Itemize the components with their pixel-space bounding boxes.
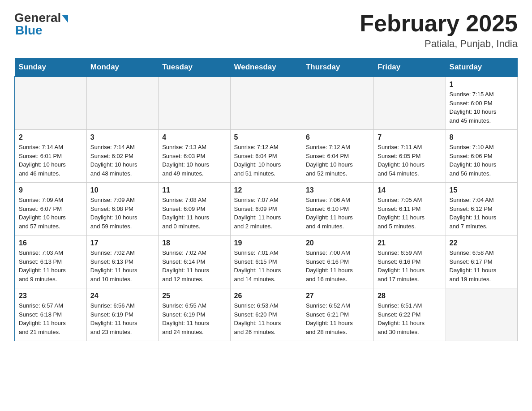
- calendar-header-thursday: Thursday: [302, 58, 373, 77]
- location-title: Patiala, Punjab, India: [360, 38, 518, 50]
- day-info: Sunrise: 7:08 AM Sunset: 6:09 PM Dayligh…: [162, 196, 226, 231]
- day-info: Sunrise: 6:57 AM Sunset: 6:18 PM Dayligh…: [19, 301, 83, 336]
- title-area: February 2025 Patiala, Punjab, India: [360, 11, 518, 50]
- calendar-cell: 1Sunrise: 7:15 AM Sunset: 6:00 PM Daylig…: [446, 77, 517, 130]
- day-info: Sunrise: 6:51 AM Sunset: 6:22 PM Dayligh…: [378, 301, 442, 336]
- calendar-cell: 25Sunrise: 6:55 AM Sunset: 6:19 PM Dayli…: [159, 288, 230, 341]
- calendar-cell: 3Sunrise: 7:14 AM Sunset: 6:02 PM Daylig…: [86, 130, 158, 183]
- calendar-cell: 11Sunrise: 7:08 AM Sunset: 6:09 PM Dayli…: [159, 183, 230, 235]
- day-info: Sunrise: 7:06 AM Sunset: 6:10 PM Dayligh…: [306, 196, 370, 231]
- logo-arrow-icon: [62, 15, 68, 23]
- day-info: Sunrise: 7:09 AM Sunset: 6:07 PM Dayligh…: [19, 196, 83, 231]
- calendar-cell: 22Sunrise: 6:58 AM Sunset: 6:17 PM Dayli…: [446, 235, 517, 288]
- calendar-cell: 15Sunrise: 7:04 AM Sunset: 6:12 PM Dayli…: [446, 183, 517, 235]
- calendar-cell: 7Sunrise: 7:11 AM Sunset: 6:05 PM Daylig…: [374, 130, 446, 183]
- calendar-header-saturday: Saturday: [446, 58, 517, 77]
- calendar-cell: 28Sunrise: 6:51 AM Sunset: 6:22 PM Dayli…: [374, 288, 446, 341]
- calendar-cell: 4Sunrise: 7:13 AM Sunset: 6:03 PM Daylig…: [159, 130, 230, 183]
- calendar-cell: 14Sunrise: 7:05 AM Sunset: 6:11 PM Dayli…: [374, 183, 446, 235]
- calendar-cell: [374, 77, 446, 130]
- day-number: 21: [378, 239, 442, 247]
- calendar-table: SundayMondayTuesdayWednesdayThursdayFrid…: [14, 58, 518, 341]
- calendar-cell: 26Sunrise: 6:53 AM Sunset: 6:20 PM Dayli…: [230, 288, 302, 341]
- day-number: 15: [450, 186, 514, 194]
- day-info: Sunrise: 6:53 AM Sunset: 6:20 PM Dayligh…: [234, 301, 298, 336]
- day-number: 19: [234, 239, 298, 247]
- calendar-cell: [15, 77, 86, 130]
- calendar-cell: 12Sunrise: 7:07 AM Sunset: 6:09 PM Dayli…: [230, 183, 302, 235]
- calendar-cell: [230, 77, 302, 130]
- day-info: Sunrise: 7:02 AM Sunset: 6:13 PM Dayligh…: [90, 248, 154, 283]
- calendar-cell: 20Sunrise: 7:00 AM Sunset: 6:16 PM Dayli…: [302, 235, 373, 288]
- day-info: Sunrise: 6:52 AM Sunset: 6:21 PM Dayligh…: [306, 301, 370, 336]
- day-number: 10: [90, 186, 154, 194]
- calendar-week-row: 2Sunrise: 7:14 AM Sunset: 6:01 PM Daylig…: [15, 130, 518, 183]
- day-number: 13: [306, 186, 370, 194]
- day-number: 23: [19, 292, 83, 300]
- calendar-cell: [86, 77, 158, 130]
- calendar-cell: 8Sunrise: 7:10 AM Sunset: 6:06 PM Daylig…: [446, 130, 517, 183]
- calendar-cell: 5Sunrise: 7:12 AM Sunset: 6:04 PM Daylig…: [230, 130, 302, 183]
- day-info: Sunrise: 7:13 AM Sunset: 6:03 PM Dayligh…: [162, 143, 226, 178]
- day-number: 1: [450, 81, 514, 89]
- calendar-cell: 27Sunrise: 6:52 AM Sunset: 6:21 PM Dayli…: [302, 288, 373, 341]
- calendar-cell: [159, 77, 230, 130]
- calendar-header-row: SundayMondayTuesdayWednesdayThursdayFrid…: [15, 58, 518, 77]
- day-number: 27: [306, 292, 370, 300]
- day-number: 24: [90, 292, 154, 300]
- header: General Blue February 2025 Patiala, Punj…: [14, 11, 518, 50]
- day-number: 2: [19, 133, 83, 141]
- day-info: Sunrise: 7:03 AM Sunset: 6:13 PM Dayligh…: [19, 248, 83, 283]
- day-info: Sunrise: 7:12 AM Sunset: 6:04 PM Dayligh…: [306, 143, 370, 178]
- day-number: 16: [19, 239, 83, 247]
- day-info: Sunrise: 7:10 AM Sunset: 6:06 PM Dayligh…: [450, 143, 514, 178]
- day-info: Sunrise: 7:07 AM Sunset: 6:09 PM Dayligh…: [234, 196, 298, 231]
- calendar-header-wednesday: Wednesday: [230, 58, 302, 77]
- day-number: 12: [234, 186, 298, 194]
- calendar-header-monday: Monday: [86, 58, 158, 77]
- month-title: February 2025: [360, 11, 518, 36]
- calendar-header-sunday: Sunday: [15, 58, 86, 77]
- calendar-header-tuesday: Tuesday: [159, 58, 230, 77]
- day-info: Sunrise: 6:58 AM Sunset: 6:17 PM Dayligh…: [450, 248, 514, 283]
- calendar-week-row: 23Sunrise: 6:57 AM Sunset: 6:18 PM Dayli…: [15, 288, 518, 341]
- day-number: 6: [306, 133, 370, 141]
- calendar-cell: [302, 77, 373, 130]
- day-info: Sunrise: 7:14 AM Sunset: 6:02 PM Dayligh…: [90, 143, 154, 178]
- day-info: Sunrise: 6:55 AM Sunset: 6:19 PM Dayligh…: [162, 301, 226, 336]
- calendar-cell: 19Sunrise: 7:01 AM Sunset: 6:15 PM Dayli…: [230, 235, 302, 288]
- day-info: Sunrise: 7:01 AM Sunset: 6:15 PM Dayligh…: [234, 248, 298, 283]
- day-info: Sunrise: 7:00 AM Sunset: 6:16 PM Dayligh…: [306, 248, 370, 283]
- calendar-cell: 24Sunrise: 6:56 AM Sunset: 6:19 PM Dayli…: [86, 288, 158, 341]
- calendar-header-friday: Friday: [374, 58, 446, 77]
- day-number: 25: [162, 292, 226, 300]
- day-number: 5: [234, 133, 298, 141]
- day-info: Sunrise: 7:14 AM Sunset: 6:01 PM Dayligh…: [19, 143, 83, 178]
- day-number: 26: [234, 292, 298, 300]
- calendar-week-row: 1Sunrise: 7:15 AM Sunset: 6:00 PM Daylig…: [15, 77, 518, 130]
- day-number: 3: [90, 133, 154, 141]
- day-info: Sunrise: 7:12 AM Sunset: 6:04 PM Dayligh…: [234, 143, 298, 178]
- calendar-cell: 17Sunrise: 7:02 AM Sunset: 6:13 PM Dayli…: [86, 235, 158, 288]
- calendar-cell: 16Sunrise: 7:03 AM Sunset: 6:13 PM Dayli…: [15, 235, 86, 288]
- day-info: Sunrise: 7:04 AM Sunset: 6:12 PM Dayligh…: [450, 196, 514, 231]
- day-info: Sunrise: 7:05 AM Sunset: 6:11 PM Dayligh…: [378, 196, 442, 231]
- day-number: 9: [19, 186, 83, 194]
- day-number: 7: [378, 133, 442, 141]
- day-number: 20: [306, 239, 370, 247]
- day-number: 28: [378, 292, 442, 300]
- day-number: 4: [162, 133, 226, 141]
- logo-area: General Blue: [14, 11, 68, 38]
- logo-blue-text: Blue: [15, 23, 43, 38]
- day-info: Sunrise: 7:02 AM Sunset: 6:14 PM Dayligh…: [162, 248, 226, 283]
- day-number: 14: [378, 186, 442, 194]
- day-info: Sunrise: 6:56 AM Sunset: 6:19 PM Dayligh…: [90, 301, 154, 336]
- calendar-cell: 9Sunrise: 7:09 AM Sunset: 6:07 PM Daylig…: [15, 183, 86, 235]
- calendar-cell: 23Sunrise: 6:57 AM Sunset: 6:18 PM Dayli…: [15, 288, 86, 341]
- day-info: Sunrise: 7:11 AM Sunset: 6:05 PM Dayligh…: [378, 143, 442, 178]
- calendar-week-row: 9Sunrise: 7:09 AM Sunset: 6:07 PM Daylig…: [15, 183, 518, 235]
- calendar-week-row: 16Sunrise: 7:03 AM Sunset: 6:13 PM Dayli…: [15, 235, 518, 288]
- day-number: 17: [90, 239, 154, 247]
- calendar-cell: 21Sunrise: 6:59 AM Sunset: 6:16 PM Dayli…: [374, 235, 446, 288]
- calendar-cell: [446, 288, 517, 341]
